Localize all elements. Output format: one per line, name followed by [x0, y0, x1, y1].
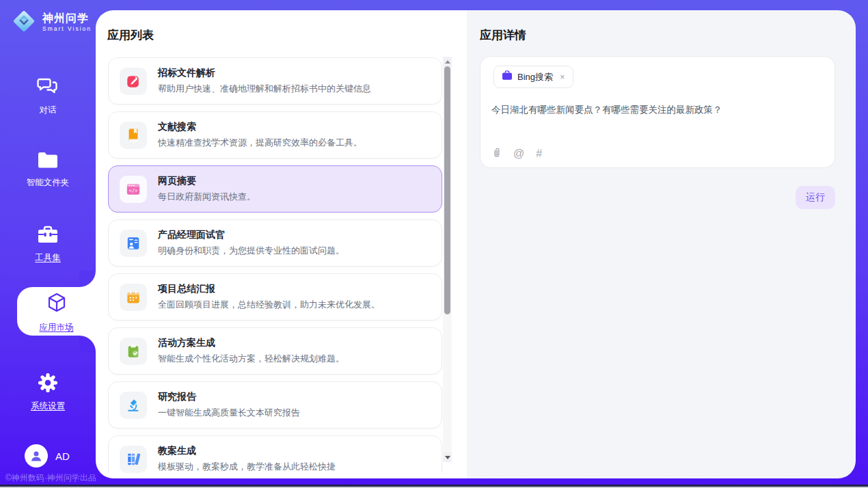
- app-title: 项目总结汇报: [158, 283, 380, 295]
- app-title: 网页摘要: [158, 175, 256, 187]
- folder-icon: [37, 152, 59, 172]
- composer-toolbar: @ #: [491, 146, 542, 161]
- app-description: 明确身份和职责，为您提供专业性的面试问题。: [158, 245, 344, 257]
- resume-person-icon: [120, 230, 147, 257]
- at-icon[interactable]: @: [513, 148, 524, 160]
- app-detail-panel: 应用详情 Bing搜索 × 今日湖北有哪些新闻要点？有哪些需要关注的最新政策？: [467, 10, 856, 478]
- cube-icon: [45, 291, 68, 317]
- sidebar-selected-bubble: 应用市场: [17, 287, 96, 336]
- app-description: 每日政府新闻资讯快查。: [158, 191, 256, 203]
- run-button[interactable]: 运行: [796, 186, 835, 209]
- books-icon: [120, 446, 147, 473]
- chat-icon: [37, 77, 59, 100]
- hash-icon[interactable]: #: [536, 148, 542, 160]
- brand-name: 神州问学: [42, 13, 92, 25]
- clipboard-check-icon: [120, 338, 147, 365]
- app-list-item[interactable]: 活动方案生成智能生成个性化活动方案，轻松解决规划难题。: [108, 327, 442, 375]
- close-icon[interactable]: ×: [560, 72, 565, 82]
- gear-icon: [38, 372, 58, 396]
- user-avatar-icon: [25, 444, 48, 467]
- brand-logo: 神州问学 Smart Vision: [11, 8, 92, 37]
- calendar-note-icon: [120, 284, 147, 311]
- app-list-item[interactable]: 文献搜索快速精准查找学术资源，提高研究效率的必备工具。: [108, 111, 442, 159]
- app-list: 招标文件解析帮助用户快速、准确地理解和解析招标书中的关键信息文献搜索快速精准查找…: [108, 57, 442, 473]
- app-list-panel: 应用列表 招标文件解析帮助用户快速、准确地理解和解析招标书中的关键信息文献搜索快…: [96, 10, 467, 478]
- scrollbar-thumb[interactable]: [444, 66, 450, 314]
- book-icon: [120, 122, 147, 149]
- paperclip-icon[interactable]: [491, 146, 502, 161]
- scrollbar-down-arrow[interactable]: [443, 452, 452, 462]
- app-title: 文献搜索: [158, 121, 362, 133]
- tool-tag-bing-search[interactable]: Bing搜索 ×: [493, 66, 573, 88]
- app-title: 产品经理面试官: [158, 229, 344, 241]
- user-account[interactable]: AD: [25, 444, 70, 467]
- app-description: 模板驱动，教案秒成，教学准备从此轻松快捷: [158, 461, 336, 473]
- app-list-item[interactable]: 教案生成模板驱动，教案秒成，教学准备从此轻松快捷: [108, 435, 442, 473]
- sidebar-item-label: 对话: [40, 105, 57, 116]
- sidebar-item-settings[interactable]: 系统设置: [0, 372, 96, 412]
- app-title: 活动方案生成: [158, 337, 344, 349]
- microscope-icon: [120, 392, 147, 419]
- prompt-input[interactable]: 今日湖北有哪些新闻要点？有哪些需要关注的最新政策？: [491, 104, 824, 116]
- sidebar-item-label: 系统设置: [31, 401, 65, 412]
- scrollbar[interactable]: [443, 57, 452, 462]
- app-list-item[interactable]: 项目总结汇报全面回顾项目进展，总结经验教训，助力未来优化发展。: [108, 273, 442, 321]
- app-description: 帮助用户快速、准确地理解和解析招标书中的关键信息: [158, 83, 371, 95]
- tool-tag-label: Bing搜索: [517, 71, 553, 83]
- app-description: 一键智能生成高质量长文本研究报告: [158, 407, 300, 419]
- bubble-curve-bottom: [79, 336, 96, 352]
- app-list-item[interactable]: 研究报告一键智能生成高质量长文本研究报告: [108, 381, 442, 429]
- svg-text:</>: </>: [129, 188, 137, 193]
- sidebar-item-chat[interactable]: 对话: [0, 77, 96, 116]
- browser-code-icon: </>: [120, 176, 147, 203]
- sidebar-item-label: 应用市场: [40, 322, 74, 334]
- app-title: 招标文件解析: [158, 67, 371, 79]
- app-list-item[interactable]: 产品经理面试官明确身份和职责，为您提供专业性的面试问题。: [108, 219, 442, 267]
- sidebar-item-label: 智能文件夹: [27, 177, 70, 189]
- briefcase-icon: [502, 70, 513, 83]
- diamond-logo-icon: [11, 8, 37, 37]
- brand-subtitle: Smart Vision: [42, 26, 92, 32]
- scrollbar-up-arrow[interactable]: [443, 57, 452, 66]
- sidebar-item-smart-folders[interactable]: 智能文件夹: [0, 152, 96, 189]
- bubble-curve-top: [79, 271, 96, 287]
- copyright-text: ©神州数码·神州问学出品: [5, 472, 96, 484]
- app-description: 全面回顾项目进展，总结经验教训，助力未来优化发展。: [158, 299, 380, 311]
- prompt-card: Bing搜索 × 今日湖北有哪些新闻要点？有哪些需要关注的最新政策？ @ #: [480, 56, 835, 168]
- sidebar-item-toolset[interactable]: 工具集: [0, 226, 96, 264]
- sidebar: 神州问学 Smart Vision 对话 智能文件夹: [0, 0, 96, 488]
- app-list-item[interactable]: 招标文件解析帮助用户快速、准确地理解和解析招标书中的关键信息: [108, 57, 442, 105]
- app-detail-title: 应用详情: [480, 27, 526, 43]
- sidebar-item-app-market[interactable]: 应用市场: [17, 287, 96, 334]
- user-initials: AD: [55, 450, 70, 462]
- app-description: 智能生成个性化活动方案，轻松解决规划难题。: [158, 353, 344, 365]
- app-title: 教案生成: [158, 445, 336, 457]
- app-description: 快速精准查找学术资源，提高研究效率的必备工具。: [158, 137, 362, 149]
- app-title: 研究报告: [158, 391, 300, 403]
- toolbox-icon: [37, 226, 59, 247]
- app-list-item[interactable]: </>网页摘要每日政府新闻资讯快查。: [108, 165, 442, 213]
- main-content: 应用列表 招标文件解析帮助用户快速、准确地理解和解析招标书中的关键信息文献搜索快…: [96, 10, 856, 478]
- edit-square-icon: [120, 68, 147, 95]
- app-list-title: 应用列表: [107, 27, 154, 43]
- sidebar-item-label: 工具集: [35, 252, 61, 264]
